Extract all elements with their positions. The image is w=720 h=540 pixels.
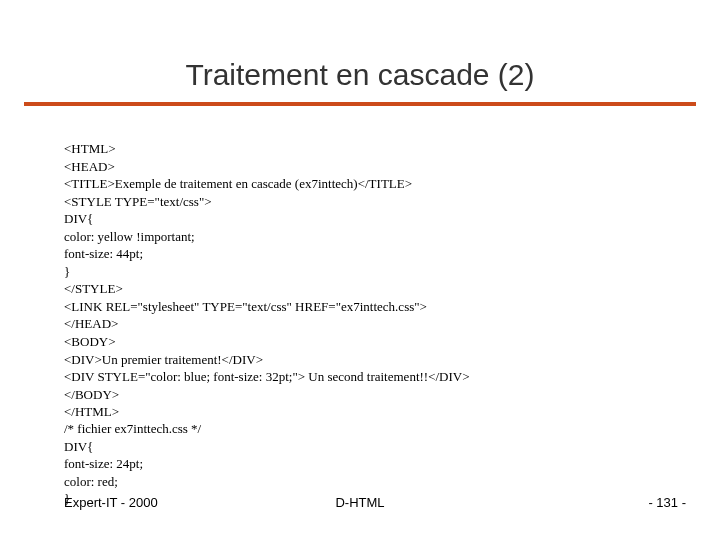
title-divider [24, 102, 696, 106]
page-title: Traitement en cascade (2) [0, 0, 720, 102]
footer-right: - 131 - [648, 495, 686, 510]
footer-center: D-HTML [0, 495, 720, 510]
code-block-html: <HTML> <HEAD> <TITLE>Exemple de traiteme… [64, 140, 470, 421]
slide: Traitement en cascade (2) <HTML> <HEAD> … [0, 0, 720, 540]
